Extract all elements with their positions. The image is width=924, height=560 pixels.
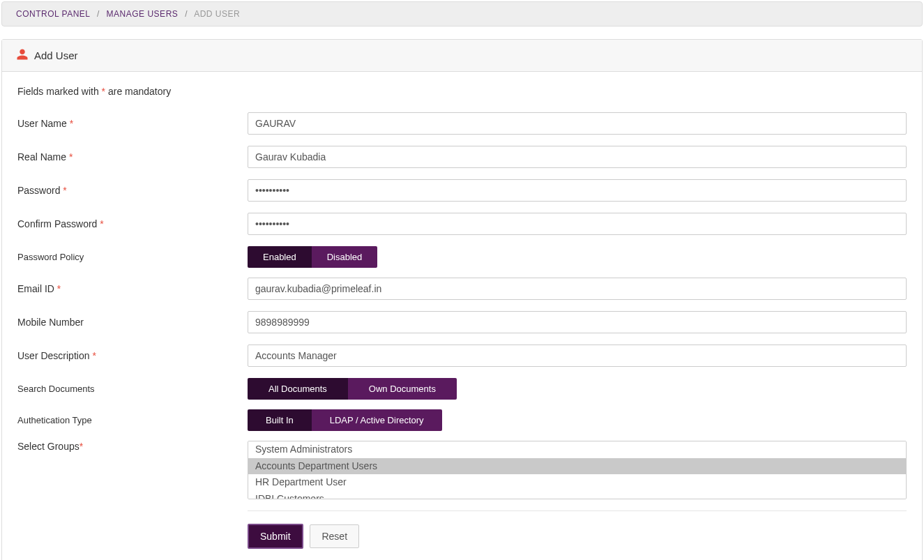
row-email: Email ID * xyxy=(17,278,907,300)
password-input[interactable] xyxy=(248,179,907,202)
mandatory-note: Fields marked with * are mandatory xyxy=(17,86,907,97)
policy-disabled-button[interactable]: Disabled xyxy=(312,246,378,268)
row-password-policy: Password Policy Enabled Disabled xyxy=(17,246,907,268)
groups-select[interactable]: System Administrators Accounts Departmen… xyxy=(248,441,907,499)
breadcrumb-current: ADD USER xyxy=(194,9,240,19)
email-input[interactable] xyxy=(248,278,907,300)
mandatory-suffix: are mandatory xyxy=(105,86,171,97)
label-confirm-password: Confirm Password * xyxy=(17,218,248,229)
search-own-button[interactable]: Own Documents xyxy=(348,378,457,400)
breadcrumb: CONTROL PANEL / MANAGE USERS / ADD USER xyxy=(1,1,923,27)
row-realname: Real Name * xyxy=(17,146,907,168)
auth-builtin-button[interactable]: Built In xyxy=(248,409,312,431)
label-search-documents: Search Documents xyxy=(17,384,248,394)
label-realname: Real Name * xyxy=(17,151,248,162)
group-option-accounts-dept[interactable]: Accounts Department Users xyxy=(248,458,906,475)
label-password: Password * xyxy=(17,185,248,196)
label-mobile: Mobile Number xyxy=(17,317,248,328)
panel-body: Fields marked with * are mandatory User … xyxy=(2,72,922,560)
breadcrumb-sep: / xyxy=(97,9,100,19)
row-password: Password * xyxy=(17,179,907,202)
label-password-policy: Password Policy xyxy=(17,252,248,262)
group-option-hr-dept[interactable]: HR Department User xyxy=(248,474,906,491)
breadcrumb-sep: / xyxy=(185,9,188,19)
password-policy-toggle: Enabled Disabled xyxy=(248,246,377,268)
form-actions: Submit Reset xyxy=(248,510,907,549)
mandatory-prefix: Fields marked with xyxy=(17,86,102,97)
breadcrumb-link-control-panel[interactable]: CONTROL PANEL xyxy=(16,9,90,19)
row-search-documents: Search Documents All Documents Own Docum… xyxy=(17,378,907,400)
auth-ldap-button[interactable]: LDAP / Active Directory xyxy=(312,409,442,431)
label-description: User Description * xyxy=(17,350,248,361)
label-select-groups: Select Groups* xyxy=(17,441,248,452)
mobile-input[interactable] xyxy=(248,311,907,333)
row-username: User Name * xyxy=(17,112,907,135)
group-option-system-admins[interactable]: System Administrators xyxy=(248,441,906,458)
row-mobile: Mobile Number xyxy=(17,311,907,333)
group-option-idbi[interactable]: IDBI Customers xyxy=(248,491,906,499)
panel-header: Add User xyxy=(2,40,922,72)
row-auth-type: Authetication Type Built In LDAP / Activ… xyxy=(17,409,907,431)
user-icon xyxy=(16,48,29,63)
description-input[interactable] xyxy=(248,345,907,367)
reset-button[interactable]: Reset xyxy=(310,524,359,548)
policy-enabled-button[interactable]: Enabled xyxy=(248,246,312,268)
row-confirm-password: Confirm Password * xyxy=(17,213,907,235)
label-auth-type: Authetication Type xyxy=(17,415,248,425)
add-user-panel: Add User Fields marked with * are mandat… xyxy=(1,39,923,560)
username-input[interactable] xyxy=(248,112,907,135)
auth-type-toggle: Built In LDAP / Active Directory xyxy=(248,409,442,431)
realname-input[interactable] xyxy=(248,146,907,168)
confirm-password-input[interactable] xyxy=(248,213,907,235)
search-documents-toggle: All Documents Own Documents xyxy=(248,378,457,400)
label-email: Email ID * xyxy=(17,283,248,294)
label-username: User Name * xyxy=(17,118,248,129)
search-all-button[interactable]: All Documents xyxy=(248,378,348,400)
row-description: User Description * xyxy=(17,345,907,367)
panel-title: Add User xyxy=(34,50,78,61)
row-select-groups: Select Groups* System Administrators Acc… xyxy=(17,441,907,499)
submit-button[interactable]: Submit xyxy=(248,524,303,549)
breadcrumb-link-manage-users[interactable]: MANAGE USERS xyxy=(107,9,179,19)
